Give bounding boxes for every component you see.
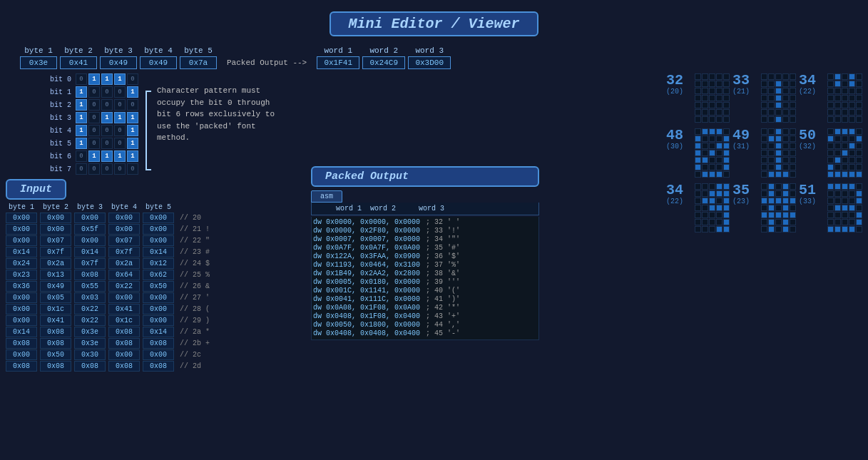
- input-cell-12-1[interactable]: 0x50: [40, 349, 71, 360]
- bit-cell-3-1[interactable]: 0: [88, 112, 100, 123]
- bit-cell-7-2[interactable]: 0: [101, 163, 113, 175]
- bit-cell-2-3[interactable]: 0: [114, 99, 126, 111]
- input-cell-13-3[interactable]: 0x08: [108, 361, 140, 372]
- bit-cell-2-4[interactable]: 0: [127, 99, 138, 111]
- input-cell-3-4[interactable]: 0x14: [143, 247, 174, 257]
- input-cell-13-1[interactable]: 0x08: [40, 361, 71, 372]
- bit-cell-6-3[interactable]: 1: [114, 150, 126, 162]
- bit-cell-1-1[interactable]: 0: [88, 86, 100, 98]
- input-cell-0-3[interactable]: 0x00: [108, 213, 140, 223]
- bit-cell-6-4[interactable]: 1: [127, 150, 138, 162]
- input-cell-4-0[interactable]: 0x24: [6, 258, 37, 269]
- input-cell-0-0[interactable]: 0x00: [6, 213, 37, 223]
- bit-cell-1-4[interactable]: 1: [127, 86, 138, 98]
- input-cell-6-1[interactable]: 0x49: [40, 281, 71, 292]
- bit-cell-0-1[interactable]: 1: [88, 73, 100, 85]
- byte-val-3[interactable]: 0x49: [100, 56, 137, 69]
- input-cell-13-2[interactable]: 0x08: [74, 361, 106, 372]
- input-cell-11-3[interactable]: 0x08: [108, 338, 140, 349]
- input-cell-10-0[interactable]: 0x14: [6, 327, 37, 337]
- input-cell-10-3[interactable]: 0x08: [108, 327, 140, 337]
- input-cell-9-4[interactable]: 0x00: [143, 315, 174, 326]
- input-cell-10-2[interactable]: 0x3e: [74, 327, 106, 337]
- input-cell-8-3[interactable]: 0x41: [108, 304, 140, 315]
- input-cell-11-1[interactable]: 0x08: [40, 338, 71, 349]
- bit-cell-0-2[interactable]: 1: [101, 73, 113, 85]
- input-cell-1-4[interactable]: 0x00: [143, 224, 174, 235]
- bit-cell-6-2[interactable]: 1: [101, 150, 113, 162]
- word-val-2[interactable]: 0x24C9: [362, 56, 405, 69]
- input-cell-12-4[interactable]: 0x00: [143, 349, 174, 360]
- input-cell-11-2[interactable]: 0x3e: [74, 338, 106, 349]
- input-cell-5-0[interactable]: 0x23: [6, 270, 37, 280]
- input-cell-11-0[interactable]: 0x08: [6, 338, 37, 349]
- input-cell-8-4[interactable]: 0x00: [143, 304, 174, 315]
- bit-cell-7-3[interactable]: 0: [114, 163, 126, 175]
- input-cell-4-1[interactable]: 0x2a: [40, 258, 71, 269]
- bit-cell-5-3[interactable]: 0: [114, 138, 126, 149]
- bit-cell-5-1[interactable]: 0: [88, 138, 100, 149]
- bit-cell-2-2[interactable]: 0: [101, 99, 113, 111]
- bit-cell-0-4[interactable]: 0: [127, 73, 138, 85]
- input-cell-13-4[interactable]: 0x08: [143, 361, 174, 372]
- input-cell-10-1[interactable]: 0x08: [40, 327, 71, 337]
- bit-cell-5-2[interactable]: 0: [101, 138, 113, 149]
- word-val-3[interactable]: 0x3D00: [408, 56, 451, 69]
- bit-cell-4-0[interactable]: 1: [76, 125, 87, 136]
- input-cell-9-1[interactable]: 0x41: [40, 315, 71, 326]
- input-cell-8-1[interactable]: 0x1c: [40, 304, 71, 315]
- input-cell-3-1[interactable]: 0x7f: [40, 247, 71, 257]
- byte-val-5[interactable]: 0x7a: [180, 56, 217, 69]
- bit-cell-3-0[interactable]: 1: [76, 112, 87, 123]
- input-cell-3-0[interactable]: 0x14: [6, 247, 37, 257]
- bit-cell-4-2[interactable]: 0: [101, 125, 113, 136]
- input-cell-7-4[interactable]: 0x00: [143, 292, 174, 303]
- input-cell-1-0[interactable]: 0x00: [6, 224, 37, 235]
- input-cell-1-3[interactable]: 0x00: [108, 224, 140, 235]
- input-cell-5-2[interactable]: 0x08: [74, 270, 106, 280]
- input-cell-10-4[interactable]: 0x14: [143, 327, 174, 337]
- input-cell-6-2[interactable]: 0x55: [74, 281, 106, 292]
- input-cell-7-3[interactable]: 0x00: [108, 292, 140, 303]
- input-cell-9-0[interactable]: 0x00: [6, 315, 37, 326]
- input-cell-8-0[interactable]: 0x00: [6, 304, 37, 315]
- bit-cell-5-4[interactable]: 1: [127, 138, 138, 149]
- bit-cell-1-3[interactable]: 0: [114, 86, 126, 98]
- input-cell-4-3[interactable]: 0x2a: [108, 258, 140, 269]
- input-cell-0-4[interactable]: 0x00: [143, 213, 174, 223]
- asm-tab-label[interactable]: asm: [311, 190, 342, 203]
- input-cell-5-4[interactable]: 0x62: [143, 270, 174, 280]
- bit-cell-3-2[interactable]: 1: [101, 112, 113, 123]
- bit-cell-2-1[interactable]: 0: [88, 99, 100, 111]
- input-cell-2-3[interactable]: 0x07: [108, 235, 140, 246]
- input-cell-7-1[interactable]: 0x05: [40, 292, 71, 303]
- bit-cell-6-0[interactable]: 0: [76, 150, 87, 162]
- input-cell-3-2[interactable]: 0x14: [74, 247, 106, 257]
- input-cell-4-4[interactable]: 0x12: [143, 258, 174, 269]
- word-val-1[interactable]: 0x1F41: [317, 56, 359, 69]
- input-cell-6-4[interactable]: 0x50: [143, 281, 174, 292]
- input-cell-1-1[interactable]: 0x00: [40, 224, 71, 235]
- input-cell-2-4[interactable]: 0x00: [143, 235, 174, 246]
- bit-cell-2-0[interactable]: 1: [76, 99, 87, 111]
- bit-cell-6-1[interactable]: 1: [88, 150, 100, 162]
- bit-cell-0-0[interactable]: 0: [76, 73, 87, 85]
- byte-val-2[interactable]: 0x41: [60, 56, 97, 69]
- input-cell-12-3[interactable]: 0x00: [108, 349, 140, 360]
- input-cell-1-2[interactable]: 0x5f: [74, 224, 106, 235]
- input-cell-0-2[interactable]: 0x00: [74, 213, 106, 223]
- bit-cell-4-4[interactable]: 1: [127, 125, 138, 136]
- input-cell-9-3[interactable]: 0x1c: [108, 315, 140, 326]
- input-cell-3-3[interactable]: 0x7f: [108, 247, 140, 257]
- byte-val-1[interactable]: 0x3e: [20, 56, 57, 69]
- input-cell-7-2[interactable]: 0x03: [74, 292, 106, 303]
- input-cell-12-2[interactable]: 0x30: [74, 349, 106, 360]
- bit-cell-4-3[interactable]: 0: [114, 125, 126, 136]
- input-cell-0-1[interactable]: 0x00: [40, 213, 71, 223]
- bit-cell-1-2[interactable]: 0: [101, 86, 113, 98]
- input-cell-6-0[interactable]: 0x36: [6, 281, 37, 292]
- input-cell-9-2[interactable]: 0x22: [74, 315, 106, 326]
- input-cell-5-1[interactable]: 0x13: [40, 270, 71, 280]
- input-cell-2-0[interactable]: 0x00: [6, 235, 37, 246]
- bit-cell-1-0[interactable]: 1: [76, 86, 87, 98]
